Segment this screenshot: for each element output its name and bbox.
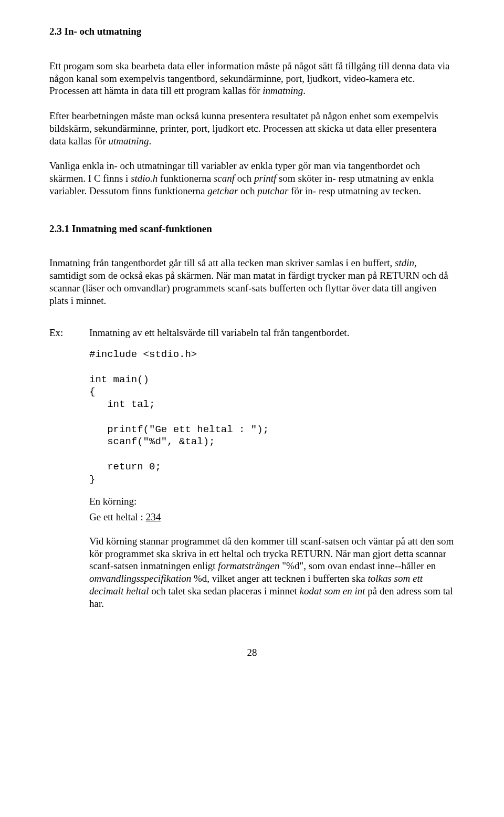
run-output: Ge ett heltal : 234 [89, 511, 455, 523]
term-kodat: kodat som en int [299, 585, 365, 596]
text: och [238, 185, 257, 196]
text: och [235, 173, 254, 184]
text: Inmatning från tangentbordet går till så… [49, 257, 395, 268]
run-input-value: 234 [146, 511, 161, 522]
term-utmatning: utmatning [108, 135, 149, 146]
term-scanf: scanf [214, 173, 235, 184]
term-getchar: getchar [207, 185, 238, 196]
run-prompt: Ge ett heltal : [89, 511, 146, 522]
example-row: Ex: Inmatning av ett heltalsvärde till v… [49, 327, 455, 339]
example-body: #include <stdio.h> int main() { int tal;… [89, 349, 455, 610]
text: för in- resp utmatning av tecken. [288, 185, 421, 196]
term-printf: printf [254, 173, 276, 184]
term-omvandlingsspecifikation: omvandlingsspecifikation [89, 573, 191, 584]
text: %d, vilket anger att tecknen i bufferten… [191, 573, 368, 584]
example-description: Inmatning av ett heltalsvärde till varia… [89, 327, 455, 339]
paragraph-intro-utmatning: Efter bearbetningen måste man också kunn… [49, 110, 455, 147]
text: Ett progam som ska bearbeta data eller i… [49, 60, 449, 97]
code-block: #include <stdio.h> int main() { int tal;… [89, 349, 455, 486]
term-stdioh: stdio.h [131, 173, 158, 184]
section-heading: 2.3 In- och utmatning [49, 25, 455, 38]
term-putchar: putchar [257, 185, 288, 196]
paragraph-explanation: Vid körning stannar programmet då den ko… [89, 535, 455, 610]
subsection-heading: 2.3.1 Inmatning med scanf-funktionen [49, 223, 455, 235]
text: . [149, 135, 151, 146]
text: och talet ska sedan placeras i minnet [149, 585, 299, 596]
example-label: Ex: [49, 327, 72, 339]
paragraph-intro-inmatning: Ett progam som ska bearbeta data eller i… [49, 60, 455, 97]
text: . [303, 85, 306, 96]
run-label: En körning: [89, 495, 455, 508]
term-formatstrangen: formatsträngen [218, 560, 279, 571]
paragraph-stdio: Vanliga enkla in- och utmatningar till v… [49, 160, 455, 197]
term-stdin: stdin [395, 257, 414, 268]
text: funktionerna [158, 173, 214, 184]
paragraph-stdin: Inmatning från tangentbordet går till så… [49, 257, 455, 307]
text: "%d", som ovan endast inne--håller en [280, 560, 436, 571]
page-number: 28 [49, 646, 455, 659]
term-inmatning: inmatning [262, 85, 303, 96]
